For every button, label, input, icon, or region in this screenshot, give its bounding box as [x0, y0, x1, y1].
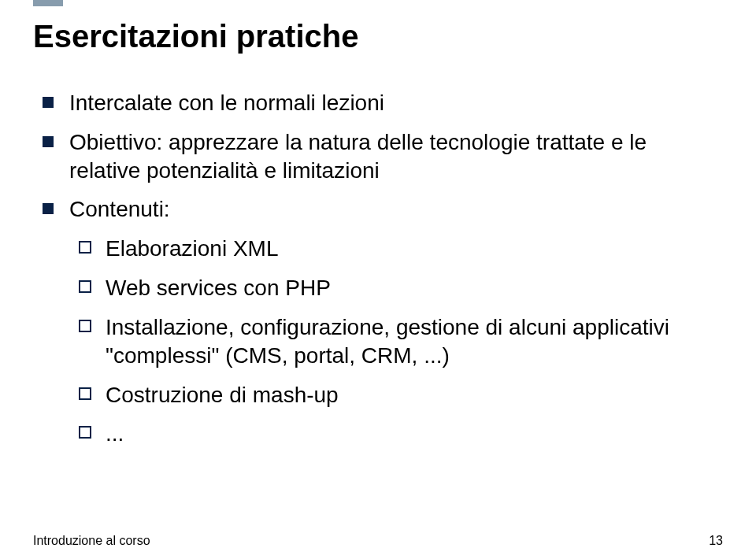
square-bullet-icon	[43, 136, 54, 147]
slide-title: Esercitazioni pratiche	[33, 19, 723, 54]
bullet-text: Contenuti:	[69, 197, 170, 221]
footer-text: Introduzione al corso	[33, 534, 150, 548]
bullet-text: Web services con PHP	[106, 276, 331, 300]
bullet-level2: Web services con PHP	[106, 274, 723, 302]
bullet-text: ...	[106, 421, 124, 446]
bullet-level2: Elaborazioni XML	[106, 235, 723, 263]
bullet-text: Installazione, configurazione, gestione …	[106, 315, 669, 368]
square-bullet-icon	[43, 97, 54, 108]
bullet-text: Intercalate con le normali lezioni	[69, 91, 384, 115]
hollow-square-icon	[79, 280, 91, 293]
bullet-text: Obiettivo: apprezzare la natura delle te…	[69, 130, 647, 183]
accent-bar	[33, 0, 63, 6]
hollow-square-icon	[79, 241, 91, 254]
bullet-level2: Costruzione di mash-up	[106, 381, 723, 409]
hollow-square-icon	[79, 426, 91, 439]
hollow-square-icon	[79, 387, 91, 400]
square-bullet-icon	[43, 203, 54, 214]
hollow-square-icon	[79, 320, 91, 332]
slide: Esercitazioni pratiche Intercalate con l…	[0, 0, 756, 559]
bullet-text: Elaborazioni XML	[106, 236, 278, 261]
bullet-level2: Installazione, configurazione, gestione …	[106, 313, 723, 370]
bullet-level2: ...	[106, 420, 723, 448]
bullet-text: Costruzione di mash-up	[106, 383, 339, 407]
bullet-level1: Obiettivo: apprezzare la natura delle te…	[69, 128, 723, 185]
slide-content: Intercalate con le normali lezioni Obiet…	[33, 89, 723, 448]
page-number: 13	[709, 534, 723, 548]
bullet-level1: Contenuti:	[69, 195, 723, 224]
bullet-level1: Intercalate con le normali lezioni	[69, 89, 723, 117]
